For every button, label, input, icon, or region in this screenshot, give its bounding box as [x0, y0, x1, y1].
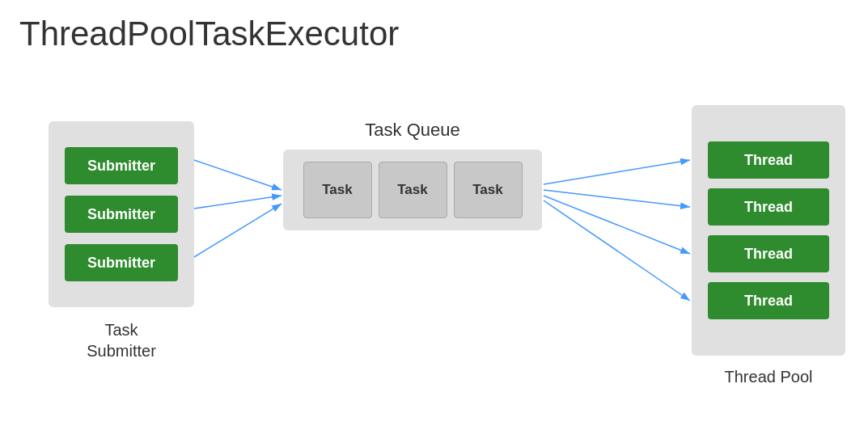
- submitter-panel: Submitter Submitter Submitter: [49, 121, 194, 307]
- thread-box-3: Thread: [708, 235, 829, 272]
- thread-box-4: Thread: [708, 282, 829, 319]
- svg-line-2: [194, 196, 282, 209]
- svg-line-6: [544, 196, 690, 254]
- queue-label: Task Queue: [283, 120, 542, 141]
- thread-box-2: Thread: [708, 188, 829, 226]
- svg-line-5: [544, 190, 690, 207]
- queue-panel: Task Task Task: [283, 150, 542, 230]
- submitter-group-label: TaskSubmitter: [49, 319, 194, 361]
- thread-panel: Thread Thread Thread Thread: [692, 105, 845, 356]
- task-box-3: Task: [454, 162, 523, 218]
- task-box-1: Task: [303, 162, 372, 218]
- task-box-2: Task: [379, 162, 447, 218]
- submitter-box-1: Submitter: [65, 147, 178, 184]
- submitter-box-3: Submitter: [65, 244, 178, 281]
- page-title: ThreadPoolTaskExecutor: [0, 0, 868, 53]
- svg-line-4: [544, 160, 690, 184]
- diagram-area: Submitter Submitter Submitter TaskSubmit…: [0, 73, 868, 426]
- svg-line-7: [544, 200, 690, 301]
- thread-box-1: Thread: [708, 141, 829, 179]
- svg-line-1: [194, 160, 282, 190]
- svg-line-3: [194, 204, 282, 257]
- thread-pool-label: Thread Pool: [692, 368, 845, 386]
- submitter-box-2: Submitter: [65, 196, 178, 233]
